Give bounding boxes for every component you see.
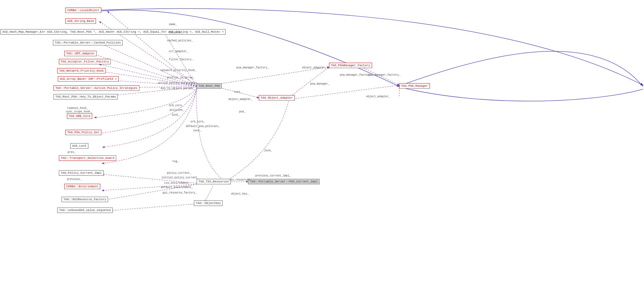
label-poa-manager: poa_manager_ (310, 82, 330, 85)
node-ort-adapter: TAO::ORT_Adapter (64, 51, 97, 56)
label-lock: lock_ (172, 113, 180, 116)
label-prev: prev_ (68, 151, 76, 154)
node-orb-core: TAO_ORB_Core (67, 113, 92, 119)
label-poa-manager-factory-1: poa_manager_factory_ (236, 66, 269, 69)
label-object-key: object_key_ (231, 192, 249, 195)
node-poa-current-impl: TAO::Portable_Server::POA_Current_Impl (248, 179, 320, 184)
label-orb-core-2: orb_core_ (190, 120, 205, 123)
label-default-environment: default_environment_ (161, 186, 193, 189)
label-active-policy-strategies: active_policy_strategies_ (158, 82, 199, 85)
node-ace-array-base: ACE_Array_Base< IOP::ProfileId > (58, 76, 119, 82)
label-lock-3: lock_ (264, 149, 272, 152)
label-cached-policies: cached_policies_ (167, 39, 193, 42)
label-sync-scope-hook: sync_scope_hook_ (66, 110, 92, 113)
node-ace-hash-map: ACE_Hash_Map_Manager_Ex< ACE_CString, TA… (1, 29, 226, 35)
svg-line-13 (100, 204, 194, 211)
label-tss-environment: tss_environment_ (164, 182, 190, 185)
node-tao-poa-manager: TAO_POA_Manager (399, 83, 430, 89)
label-profile-id-array: profile_id_array_ (167, 76, 194, 79)
node-tao-tss-resources: TAO_TSS_Resources (197, 179, 231, 184)
node-network-priority: TAO_Network_Priority_Hook (57, 68, 106, 74)
node-active-policy: TAO::Portable_Server::Active_Policy_Stra… (53, 85, 139, 91)
label-gui-resource-factory: gui_resource_factory_ (163, 191, 197, 194)
node-cached-policies: TAO::Portable_Server::Cached_Policies (53, 40, 123, 45)
node-tao-poa-manager-factory: TAO_POAManager_Factory (329, 63, 372, 68)
label-timeout-hook: timeout_hook_ (67, 107, 88, 110)
svg-line-15 (216, 67, 329, 84)
label-orb-core: orb_core_ (169, 104, 183, 107)
svg-line-0 (108, 11, 197, 86)
label-policy-current: policy_current_ (167, 172, 191, 175)
label-initial-policy-current: initial_policy_current_ (162, 176, 199, 179)
label-ort-adapter: ort_adapter_ (169, 50, 188, 53)
node-corba-localobject: CORBA::LocalObject (65, 8, 101, 13)
label-policies: policies_ (170, 109, 184, 112)
node-poa-policy-set: TAO_POA_Policy_Set (65, 130, 101, 135)
label-object-adapter-1: object_adapter_ (302, 66, 326, 69)
label-object-adapter-3: object_adapter_ (366, 95, 390, 98)
label-poa-manager-factory-2: poa_manager_factory_ (340, 74, 372, 76)
label-children: children_ (169, 31, 183, 34)
label-lock-2: lock_ (193, 129, 201, 132)
node-unbounded-seq: TAO::unbounded_value_sequence (57, 208, 113, 213)
node-ace-string-base: ACE_String_Base (65, 18, 96, 24)
label-previous: previous_ (67, 178, 82, 181)
node-key-to-object: TAO_Root_POA::Key_To_Object_Params (53, 94, 118, 99)
node-policy-current-impl: TAO_Policy_Current_Impl (59, 170, 104, 176)
node-tao-object-adapter: TAO_Object_Adapter (259, 95, 295, 101)
label-root: root_ (234, 91, 242, 93)
label-key-to-object-params: key_to_object_params_ (161, 87, 195, 90)
label-default-poa-policies: default_poa_policies_ (186, 125, 220, 128)
node-gui-resource-factory: TAO::GUIResource_Factory (62, 197, 108, 202)
label-tss-resources: tss_resources_ (229, 178, 252, 181)
node-tao-root-poa: TAO_Root_POA (197, 83, 222, 89)
connections-svg (0, 0, 644, 304)
node-tao-objectkey: TAO::ObjectKey (194, 201, 223, 206)
label-name: name_ (169, 23, 177, 26)
label-network-priority-hook: network_priority_hook_ (161, 69, 196, 72)
node-ace-lock: ACE_Lock (70, 143, 88, 149)
node-transport-selection: TAO::Transport_Selection_Guard (59, 155, 116, 161)
label-object-adapter-2: object_adapter_ (228, 98, 253, 101)
label-poa-manager-factory-3: poa_manager_factory_ (368, 74, 400, 76)
svg-line-20 (205, 186, 213, 202)
node-corba-environment: CORBA::Environment (64, 184, 100, 189)
label-filter-factory: filter_factory_ (169, 58, 193, 61)
diagram-container: CORBA::LocalObject ACE_String_Base ACE_H… (0, 0, 644, 304)
label-poa: poa_ (239, 110, 246, 113)
node-acceptor-filter: TAO_Acceptor_Filter_Factory (59, 59, 111, 64)
label-previous-current-impl: previous_current_impl_ (255, 174, 291, 177)
label-tsg: tsg_ (172, 160, 179, 163)
